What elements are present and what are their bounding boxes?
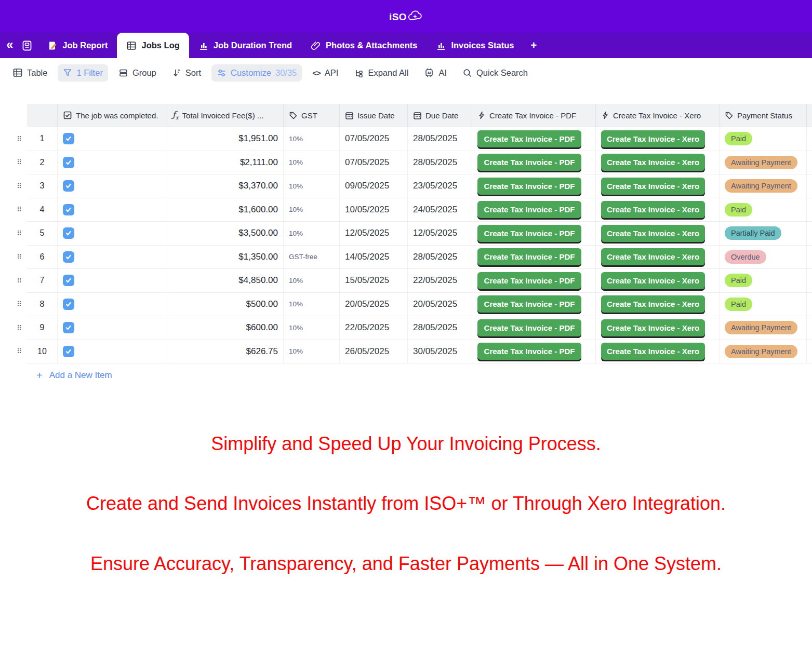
add-new-item-button[interactable]: + Add a New Item (27, 363, 812, 387)
header-issue-date[interactable]: Issue Date (339, 104, 407, 127)
tab-job-duration-trend[interactable]: Job Duration Trend (189, 33, 301, 58)
header-create-pdf[interactable]: Create Tax Invoice - PDF (472, 104, 595, 127)
due-date-cell: 30/05/2025 (407, 340, 472, 363)
table-grid-icon (126, 40, 137, 51)
create-tax-invoice-pdf-button[interactable]: Create Tax Invoice - PDF (477, 248, 581, 265)
drag-handle-icon[interactable]: ⠿ (14, 229, 25, 237)
header-payment-status[interactable]: Payment Status (719, 104, 806, 127)
drag-handle-icon[interactable]: ⠿ (14, 300, 25, 308)
jobs-table: The job was completed. ƒx Total Invoiced… (27, 104, 812, 387)
drag-handle-icon[interactable]: ⠿ (14, 277, 25, 285)
completed-checkbox[interactable] (63, 322, 74, 333)
table-row: ⠿ 8 $500.00 10% 20/05/2025 20/05/2025 Cr… (27, 293, 812, 317)
completed-checkbox[interactable] (63, 275, 74, 286)
completed-checkbox[interactable] (63, 299, 74, 310)
tab-bar: « Job Report Jobs Log (0, 33, 812, 58)
drag-handle-icon[interactable]: ⠿ (14, 135, 25, 143)
expand-all-button[interactable]: Expand All (349, 64, 414, 82)
create-tax-invoice-pdf-button[interactable]: Create Tax Invoice - PDF (477, 295, 581, 313)
invoiced-fee-cell: $1,350.00 (167, 246, 283, 269)
add-new-item-label: Add a New Item (49, 370, 112, 381)
create-tax-invoice-xero-button[interactable]: Create Tax Invoice - Xero (601, 154, 705, 171)
create-tax-invoice-xero-button[interactable]: Create Tax Invoice - Xero (601, 272, 705, 289)
filter-label: 1 Filter (76, 68, 102, 78)
create-tax-invoice-pdf-button[interactable]: Create Tax Invoice - PDF (477, 201, 581, 218)
funnel-icon (63, 68, 72, 77)
completed-checkbox[interactable] (63, 180, 74, 192)
svg-text:AI: AI (428, 71, 431, 75)
next-column-sliver (806, 269, 812, 292)
completed-checkbox[interactable] (63, 251, 74, 263)
customize-count: 30/35 (275, 68, 297, 78)
row-number: 7 (27, 269, 57, 292)
invoiced-fee-cell: $4,850.00 (167, 269, 283, 292)
group-button[interactable]: Group (113, 64, 162, 82)
create-tax-invoice-pdf-button[interactable]: Create Tax Invoice - PDF (477, 130, 581, 147)
header-gst[interactable]: GST (283, 104, 339, 127)
gst-cell: 10% (283, 198, 339, 222)
next-column-sliver (806, 222, 812, 245)
header-completed[interactable]: The job was completed. (57, 104, 167, 127)
create-tax-invoice-xero-button[interactable]: Create Tax Invoice - Xero (601, 248, 705, 265)
next-column-sliver (806, 246, 812, 269)
drag-handle-icon[interactable]: ⠿ (14, 182, 25, 190)
tab-invoices-status[interactable]: Invoices Status (427, 33, 523, 58)
tab-job-report[interactable]: Job Report (38, 33, 117, 58)
plus-icon: + (36, 370, 43, 382)
paperclip-icon (311, 40, 321, 51)
issue-date-cell: 07/05/2025 (339, 127, 407, 151)
create-tax-invoice-pdf-button[interactable]: Create Tax Invoice - PDF (477, 225, 581, 242)
gst-cell: GST-free (283, 246, 339, 269)
customize-label: Customize (231, 68, 271, 78)
create-tax-invoice-pdf-button[interactable]: Create Tax Invoice - PDF (477, 178, 581, 195)
create-tax-invoice-xero-button[interactable]: Create Tax Invoice - Xero (601, 295, 705, 313)
api-button[interactable]: <> API (307, 64, 343, 82)
drag-handle-icon[interactable]: ⠿ (14, 324, 25, 332)
drag-handle-icon[interactable]: ⠿ (14, 206, 25, 213)
create-tax-invoice-xero-button[interactable]: Create Tax Invoice - Xero (601, 319, 705, 336)
payment-status-badge: Awaiting Payment (725, 179, 797, 193)
filter-button[interactable]: 1 Filter (58, 64, 108, 82)
sort-icon (172, 68, 181, 77)
gst-cell: 10% (283, 151, 339, 174)
tab-label: Job Report (62, 40, 108, 50)
view-type-table-button[interactable]: Table (7, 64, 52, 82)
completed-checkbox[interactable] (63, 227, 74, 239)
payment-status-badge: Paid (725, 203, 752, 217)
ai-button[interactable]: AI AI (419, 64, 452, 82)
formula-icon: ƒx (172, 110, 179, 120)
create-tax-invoice-pdf-button[interactable]: Create Tax Invoice - PDF (477, 154, 581, 171)
create-tax-invoice-pdf-button[interactable]: Create Tax Invoice - PDF (477, 343, 581, 360)
completed-checkbox[interactable] (63, 133, 74, 144)
tab-photos-attachments[interactable]: Photos & Attachments (301, 33, 427, 58)
table-row: ⠿ 7 $4,850.00 10% 15/05/2025 22/05/2025 … (27, 269, 812, 293)
due-date-cell: 24/05/2025 (407, 198, 472, 222)
header-create-xero[interactable]: Create Tax Invoice - Xero (595, 104, 719, 127)
create-tax-invoice-xero-button[interactable]: Create Tax Invoice - Xero (601, 178, 705, 195)
drag-handle-icon[interactable]: ⠿ (14, 253, 25, 261)
gst-cell: 10% (283, 340, 339, 363)
notebook-icon[interactable] (21, 40, 33, 51)
customize-button[interactable]: Customize 30/35 (211, 64, 302, 82)
completed-checkbox[interactable] (63, 157, 74, 168)
drag-handle-icon[interactable]: ⠿ (14, 347, 25, 355)
quick-search-button[interactable]: Quick Search (457, 64, 533, 82)
tab-jobs-log[interactable]: Jobs Log (117, 33, 189, 58)
sort-button[interactable]: Sort (167, 64, 206, 82)
lightning-icon (601, 111, 609, 119)
header-fee[interactable]: ƒx Total Invoiced Fee($) ... (167, 104, 283, 127)
collapse-sidebar-icon[interactable]: « (6, 38, 13, 51)
create-tax-invoice-pdf-button[interactable]: Create Tax Invoice - PDF (477, 272, 581, 289)
create-tax-invoice-xero-button[interactable]: Create Tax Invoice - Xero (601, 201, 705, 218)
create-tax-invoice-pdf-button[interactable]: Create Tax Invoice - PDF (477, 319, 581, 336)
create-tax-invoice-xero-button[interactable]: Create Tax Invoice - Xero (601, 130, 705, 147)
create-tax-invoice-xero-button[interactable]: Create Tax Invoice - Xero (601, 343, 705, 360)
drag-handle-icon[interactable]: ⠿ (14, 158, 25, 166)
create-tax-invoice-xero-button[interactable]: Create Tax Invoice - Xero (601, 225, 705, 242)
completed-checkbox[interactable] (63, 346, 74, 357)
completed-checkbox[interactable] (63, 204, 74, 215)
add-tab-button[interactable]: + (523, 33, 544, 58)
header-due-date[interactable]: Due Date (407, 104, 472, 127)
ai-chip-icon: AI (424, 67, 434, 78)
marketing-line-3: Ensure Accuracy, Transparency, and Faste… (0, 553, 812, 574)
